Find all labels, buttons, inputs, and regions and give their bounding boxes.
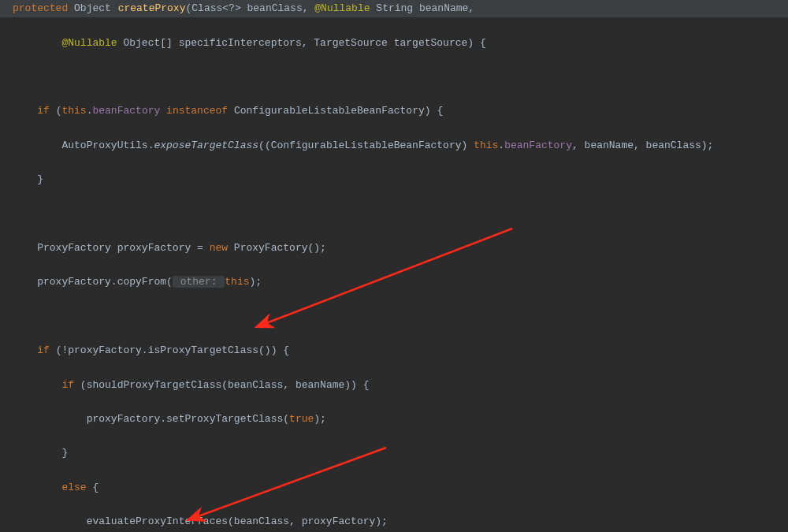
annotation-nullable: @Nullable [61, 37, 117, 49]
type-object: Object [74, 0, 111, 17]
brace: } [37, 173, 43, 185]
code-text: ProxyFactory proxyFactory = [37, 242, 209, 254]
sig-param2: String beanName, [370, 0, 475, 17]
method-call: exposeTargetClass [154, 140, 258, 151]
code-text: ProxyFactory(); [228, 242, 326, 254]
kw-this: this [474, 140, 498, 151]
kw-protected: protected [13, 0, 68, 17]
code-text: ConfigurableListableBeanFactory) { [234, 105, 443, 117]
code-text: , beanName, beanClass); [572, 140, 713, 151]
field-beanfactory: beanFactory [504, 140, 572, 151]
code-text: { [87, 482, 99, 493]
code-text: proxyFactory.copyFrom( [37, 276, 173, 288]
method-signature-bar: protected Object createProxy(Class<?> be… [0, 0, 788, 17]
method-name: createProxy [118, 0, 186, 17]
annotation-nullable: @Nullable [314, 0, 370, 17]
kw-this: this [61, 105, 86, 117]
param-hint: other: [173, 276, 225, 288]
kw-if: if [37, 344, 50, 356]
kw-new: new [210, 242, 228, 254]
kw-if: if [37, 105, 50, 117]
code-text: ); [314, 413, 326, 425]
code-editor[interactable]: protected Object createProxy(Class<?> be… [0, 0, 788, 532]
kw-instanceof: instanceof [166, 105, 228, 117]
code-text: ); [250, 276, 262, 288]
code-text: AutoProxyUtils. [61, 140, 154, 151]
code-text: (!proxyFactory.isProxyTargetClass()) { [50, 344, 289, 356]
code-text: (shouldProxyTargetClass(beanClass, beanN… [74, 379, 369, 391]
code-text: evaluateProxyInterfaces(beanClass, proxy… [87, 515, 388, 527]
code-text: proxyFactory.setProxyTargetClass( [87, 413, 289, 425]
code-text: Object[] specificInterceptors, TargetSou… [117, 37, 486, 49]
kw-true: true [289, 413, 314, 425]
code-text: ( [50, 105, 62, 117]
sig-param1: (Class<?> beanClass, [185, 0, 314, 17]
field-beanfactory: beanFactory [92, 105, 160, 117]
code-text: ((ConfigurableListableBeanFactory) [258, 140, 474, 151]
kw-else: else [61, 482, 86, 493]
kw-if: if [61, 379, 74, 391]
code-body[interactable]: @Nullable Object[] specificInterceptors,… [0, 17, 788, 532]
brace: } [61, 447, 68, 459]
kw-this: this [225, 276, 249, 288]
